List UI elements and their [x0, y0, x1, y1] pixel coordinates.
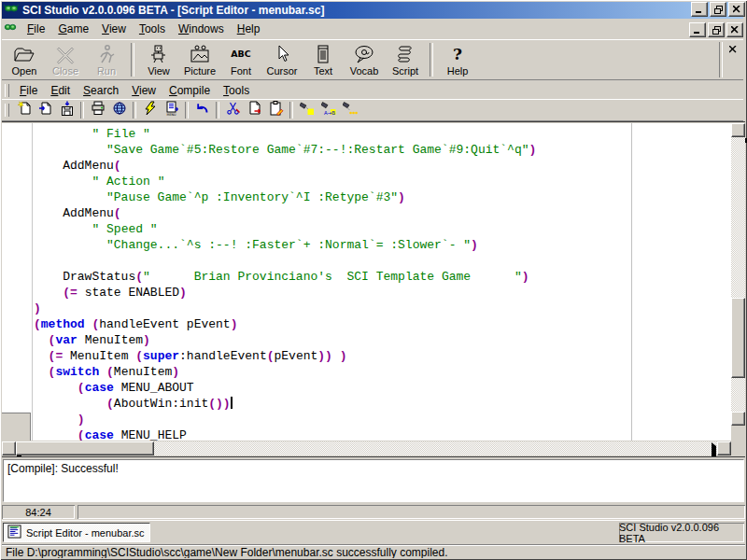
toolbar-separator — [289, 102, 293, 119]
undo-button[interactable] — [191, 100, 213, 120]
new-file-button[interactable] — [13, 100, 35, 120]
script-editor-task-button[interactable]: Script Editor - menubar.sc — [3, 523, 150, 542]
editor-menu-compile[interactable]: Compile — [162, 82, 217, 99]
paste-icon — [269, 101, 284, 119]
toolbar-separator — [80, 102, 84, 119]
menu-tools[interactable]: Tools — [133, 21, 172, 37]
picture-button[interactable]: Picture — [179, 42, 220, 78]
editor-menu-file[interactable]: File — [13, 82, 44, 99]
close-button[interactable]: Close — [45, 42, 86, 78]
code-line: " File " — [34, 126, 536, 142]
script-button[interactable]: Script — [385, 42, 426, 78]
text-button[interactable]: Text — [303, 42, 344, 78]
font-abc-icon: ABC — [230, 43, 252, 65]
compile-script-button[interactable]: MENU — [161, 100, 182, 120]
compile-message: [Compile]: Successful! — [3, 459, 744, 502]
code-text-area[interactable]: " File " "Save Game`#5:Restore Game`#7:-… — [2, 123, 731, 441]
gutter-border — [32, 123, 33, 441]
open-file-icon — [38, 101, 53, 119]
help-button[interactable]: ?Help — [437, 42, 478, 78]
mdi-minimize-button[interactable] — [689, 22, 706, 37]
window-restore-button[interactable] — [710, 2, 726, 17]
compile-lightning-button[interactable] — [139, 100, 161, 120]
open-button[interactable]: Open — [4, 42, 45, 78]
cut-icon — [226, 101, 241, 119]
open-file-button[interactable] — [35, 100, 56, 120]
replace-flashlight-icon: A→B — [321, 101, 336, 119]
toolbar-button-label: Close — [52, 65, 78, 77]
toolbar-gripper[interactable] — [5, 104, 9, 117]
scrollbar-thumb[interactable] — [16, 441, 154, 455]
editor-menu-edit[interactable]: Edit — [44, 82, 77, 99]
cut-button[interactable] — [222, 100, 244, 120]
menu-windows[interactable]: Windows — [172, 21, 231, 37]
mdi-child-icon[interactable] — [4, 21, 17, 37]
new-file-icon — [17, 101, 32, 119]
save-file-button[interactable] — [56, 100, 78, 120]
paste-button[interactable] — [265, 100, 287, 120]
run-button[interactable]: Run — [86, 42, 127, 78]
code-line: " Action " — [34, 174, 536, 189]
copy-button[interactable] — [244, 100, 265, 120]
menu-file[interactable]: File — [21, 21, 51, 37]
find-flashlight-icon — [300, 101, 315, 119]
menu-help[interactable]: Help — [231, 21, 267, 37]
vocab-button[interactable]: Vocab — [344, 42, 385, 78]
close-icon — [731, 26, 739, 34]
find-flashlight-button[interactable] — [296, 100, 317, 120]
replace-flashlight-button[interactable]: A→B — [317, 100, 339, 120]
toolbar-separator — [131, 43, 134, 77]
script-editor-window-icon — [7, 525, 21, 540]
window-title: SCI Studio v2.0.0.096 BETA - [Script Edi… — [22, 4, 324, 17]
version-panel: SCI Studio v2.0.0.096 BETA — [619, 523, 744, 542]
mdi-restore-button[interactable] — [708, 22, 725, 37]
code-line: (AboutWin:init()) — [34, 396, 536, 412]
toolbar-button-label: Vocab — [350, 65, 379, 77]
print-globe-icon — [112, 101, 127, 119]
scrollbar-thumb[interactable] — [731, 298, 745, 378]
close-icon — [729, 46, 737, 53]
scroll-left-button[interactable] — [2, 441, 16, 455]
menu-view[interactable]: View — [95, 21, 133, 37]
minimize-icon — [694, 26, 701, 34]
editor-menu-tools[interactable]: Tools — [217, 82, 256, 99]
toolbar-close-button[interactable] — [726, 43, 740, 55]
horizontal-scrollbar — [2, 441, 731, 455]
toolbar-separator — [719, 42, 723, 77]
editor-menu-search[interactable]: Search — [77, 82, 125, 99]
code-line: (case MENU_ABOUT — [34, 380, 536, 396]
find-next-flashlight-button[interactable] — [339, 100, 360, 120]
scroll-right-button[interactable] — [717, 441, 731, 455]
window-minimize-button[interactable] — [691, 2, 708, 17]
status-message-panel — [78, 505, 745, 519]
code-line: AddMenu( — [34, 205, 536, 221]
sci-studio-window: SCI Studio v2.0.0.096 BETA - [Script Edi… — [0, 0, 747, 560]
svg-text:?: ? — [453, 45, 462, 63]
toolbar-gripper[interactable] — [5, 84, 9, 97]
task-button-label: Script Editor - menubar.sc — [26, 527, 145, 539]
app-icon[interactable] — [4, 1, 19, 20]
print-icon — [91, 101, 106, 119]
print-button[interactable] — [87, 100, 108, 120]
main-status-bar: File D:\programming\SCIStudio\scc\game\N… — [2, 544, 745, 558]
mdi-child-controls — [687, 22, 743, 37]
print-globe-button[interactable] — [108, 100, 130, 120]
view-button[interactable]: View — [138, 42, 179, 78]
cursor-button[interactable]: Cursor — [261, 42, 303, 78]
restore-icon — [712, 26, 721, 35]
code-line: (switch (MenuItem) — [34, 364, 536, 380]
mdi-close-button[interactable] — [726, 22, 743, 37]
font-button[interactable]: ABCFont — [220, 42, 261, 78]
editor-menu-view[interactable]: View — [125, 82, 162, 99]
svg-text:ABC: ABC — [231, 49, 251, 59]
compile-script-icon: MENU — [164, 101, 179, 119]
code-line: (= MenuItem (super:handleEvent(pEvent)) … — [34, 348, 536, 364]
main-menu-bar: FileGameViewToolsWindowsHelp — [2, 20, 743, 38]
menu-game[interactable]: Game — [51, 21, 95, 37]
scroll-up-button[interactable] — [731, 123, 745, 137]
editor-status-bar: 84:24 — [2, 505, 745, 519]
window-close-button[interactable] — [728, 2, 745, 17]
open-folder-icon — [13, 43, 35, 65]
scroll-down-button[interactable] — [731, 412, 745, 426]
cursor-arrow-icon — [271, 43, 293, 65]
